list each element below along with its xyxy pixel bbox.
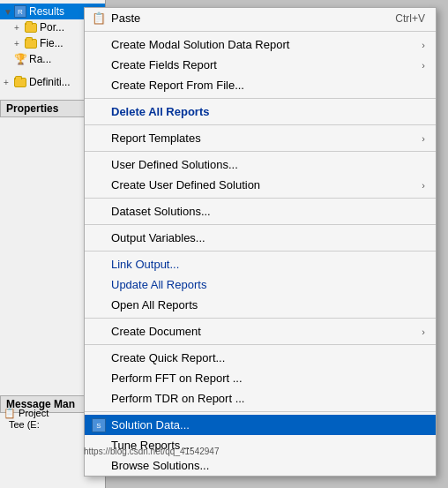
- menu-item-create-modal[interactable]: Create Modal Solution Data Report›: [85, 34, 436, 55]
- menu-item-perform-fft[interactable]: Perform FFT on Report ...: [85, 368, 436, 388]
- menu-item-user-defined-solutions[interactable]: User Defined Solutions...: [85, 154, 436, 175]
- results-icon: R: [14, 5, 26, 18]
- menu-item-label-link-output: Link Output...: [111, 258, 425, 271]
- menu-item-label-dataset-solutions: Dataset Solutions...: [111, 205, 425, 218]
- menu-item-label-browse-solutions: Browse Solutions...: [111, 459, 425, 472]
- trophy-icon: 🏆: [14, 53, 26, 65]
- menu-arrow-create-document: ›: [422, 327, 425, 337]
- menu-separator: [85, 318, 436, 319]
- paste-icon: 📋: [90, 10, 108, 27]
- folder-icon-fie: [25, 39, 37, 49]
- menu-item-dataset-solutions[interactable]: Dataset Solutions...: [85, 201, 436, 221]
- menu-item-tune-reports[interactable]: Tune Reports ...: [85, 435, 436, 455]
- menu-arrow-create-fields: ›: [422, 60, 425, 71]
- menu-item-label-perform-tdr: Perform TDR on Report ...: [111, 392, 425, 405]
- properties-panel-label: Properties: [0, 100, 97, 117]
- folder-icon-definiti: [14, 78, 26, 87]
- menu-item-label-report-templates: Report Templates: [111, 131, 414, 145]
- tree-label-fie: Fie...: [40, 37, 63, 49]
- tree-label-definiti: Definiti...: [29, 76, 71, 88]
- tree-label-por: Por...: [40, 21, 64, 34]
- menu-arrow-create-modal: ›: [422, 40, 425, 50]
- tree-label-ra: Ra...: [29, 53, 51, 65]
- properties-text: Properties: [6, 102, 58, 115]
- tree-label-results: Results: [29, 5, 64, 18]
- menu-item-label-create-modal: Create Modal Solution Data Report: [111, 38, 414, 51]
- menu-item-update-all[interactable]: Update All Reports: [85, 274, 436, 295]
- menu-item-create-from-file[interactable]: Create Report From File...: [85, 75, 436, 95]
- project-tree-item[interactable]: 📋 Project Tee (E:: [4, 408, 49, 430]
- menu-item-label-tune-reports: Tune Reports ...: [111, 439, 425, 452]
- menu-item-browse-solutions[interactable]: Browse Solutions...: [85, 455, 436, 476]
- menu-item-paste[interactable]: 📋PasteCtrl+V: [85, 8, 436, 28]
- menu-item-label-create-document: Create Document: [111, 325, 414, 338]
- menu-item-create-fields[interactable]: Create Fields Report›: [85, 55, 436, 75]
- menu-item-label-create-user-defined: Create User Defined Solution: [111, 178, 414, 191]
- menu-shortcut-paste: Ctrl+V: [395, 12, 425, 25]
- menu-item-label-user-defined-solutions: User Defined Solutions...: [111, 158, 425, 171]
- menu-item-label-perform-fft: Perform FFT on Report ...: [111, 372, 425, 385]
- menu-item-open-all[interactable]: Open All Reports: [85, 295, 436, 315]
- project-label: 📋 Project Tee (E:: [4, 408, 49, 430]
- menu-item-label-solution-data: Solution Data...: [111, 418, 425, 432]
- menu-item-label-create-fields: Create Fields Report: [111, 58, 414, 71]
- menu-item-label-paste: Paste: [111, 11, 377, 25]
- menu-item-output-variables[interactable]: Output Variables...: [85, 228, 436, 248]
- menu-item-label-create-from-file: Create Report From File...: [111, 79, 425, 92]
- menu-item-delete-all[interactable]: Delete All Reports: [85, 101, 436, 122]
- menu-item-label-output-variables: Output Variables...: [111, 231, 425, 244]
- menu-separator: [85, 31, 436, 32]
- menu-arrow-create-user-defined: ›: [422, 180, 425, 191]
- menu-item-report-templates[interactable]: Report Templates›: [85, 128, 436, 148]
- menu-item-label-create-quick: Create Quick Report...: [111, 351, 425, 364]
- menu-item-create-user-defined[interactable]: Create User Defined Solution›: [85, 175, 436, 195]
- expander-por[interactable]: +: [14, 23, 25, 33]
- solution-icon: S: [90, 417, 108, 434]
- menu-arrow-report-templates: ›: [422, 133, 425, 144]
- menu-separator: [85, 124, 436, 125]
- menu-separator: [85, 411, 436, 412]
- menu-separator: [85, 224, 436, 225]
- menu-separator: [85, 98, 436, 99]
- expander-fie[interactable]: +: [14, 39, 25, 49]
- expander-definiti[interactable]: +: [4, 78, 14, 87]
- menu-separator: [85, 151, 436, 152]
- menu-item-solution-data[interactable]: SSolution Data...: [85, 415, 436, 435]
- menu-item-label-update-all: Update All Reports: [111, 278, 425, 291]
- menu-item-label-delete-all: Delete All Reports: [111, 105, 425, 118]
- menu-item-create-document[interactable]: Create Document›: [85, 321, 436, 342]
- menu-item-perform-tdr[interactable]: Perform TDR on Report ...: [85, 388, 436, 409]
- menu-item-create-quick[interactable]: Create Quick Report...: [85, 348, 436, 368]
- expander-results[interactable]: ▼: [4, 7, 14, 17]
- menu-item-link-output[interactable]: Link Output...: [85, 254, 436, 274]
- menu-separator: [85, 344, 436, 345]
- menu-item-label-open-all: Open All Reports: [111, 298, 425, 312]
- menu-separator: [85, 198, 436, 199]
- context-menu: 📋PasteCtrl+VCreate Modal Solution Data R…: [84, 7, 437, 477]
- folder-icon-por: [25, 23, 37, 33]
- menu-separator: [85, 251, 436, 252]
